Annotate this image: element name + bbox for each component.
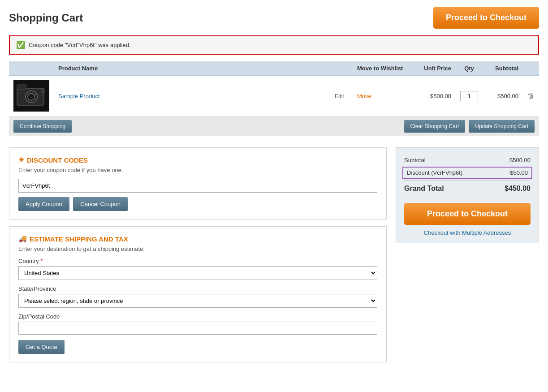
discount-panel-title: ✳ DISCOUNT CODES	[18, 156, 377, 164]
coupon-notice-text: Coupon code "VcrFVhp6t" was applied.	[29, 42, 130, 48]
lower-section: ✳ DISCOUNT CODES Enter your coupon code …	[9, 147, 539, 362]
cart-actions-right: Clear Shopping Cart Update Shopping Cart	[404, 120, 535, 133]
col-wishlist: Move to Wishlist	[353, 61, 411, 76]
col-delete	[523, 61, 539, 76]
panels-left: ✳ DISCOUNT CODES Enter your coupon code …	[9, 147, 387, 362]
col-subtotal: Subtotal	[483, 61, 523, 76]
cart-table: Product Name Move to Wishlist Unit Price…	[9, 61, 539, 116]
shipping-subtitle: Enter your destination to get a shipping…	[18, 246, 377, 252]
checkout-button-top[interactable]: Proceed to Checkout	[433, 7, 539, 29]
svg-rect-7	[41, 90, 45, 92]
product-name-cell: Sample Product	[54, 76, 330, 116]
col-product-name: Product Name	[54, 61, 330, 76]
country-label: Country *	[18, 258, 377, 264]
discount-label: Discount (VcrFVhp6t)	[407, 169, 462, 176]
cancel-coupon-button[interactable]: Cancel Coupon	[73, 197, 128, 211]
state-label: State/Province	[18, 285, 377, 292]
qty-input[interactable]	[460, 91, 478, 101]
product-edit-cell: Edit	[330, 76, 353, 116]
order-summary: Subtotal $500.00 Discount (VcrFVhp6t) -$…	[396, 147, 539, 243]
grand-total-row: Grand Total $450.00	[404, 181, 531, 196]
move-link[interactable]: Move	[357, 93, 371, 99]
discount-row: Discount (VcrFVhp6t) -$50.00	[402, 167, 532, 179]
col-image	[9, 61, 54, 76]
continue-shopping-button[interactable]: Continue Shopping	[13, 120, 72, 133]
success-icon: ✅	[16, 41, 25, 49]
discount-icon: ✳	[18, 156, 24, 164]
col-unit-price: Unit Price	[411, 61, 456, 76]
shipping-title-text: ESTIMATE SHIPPING AND TAX	[30, 235, 128, 243]
clear-cart-button[interactable]: Clear Shopping Cart	[404, 120, 466, 133]
col-edit	[330, 61, 353, 76]
coupon-input[interactable]	[18, 179, 377, 193]
unit-price-cell: $500.00	[411, 76, 456, 116]
shipping-panel-title: 🚚 ESTIMATE SHIPPING AND TAX	[18, 235, 377, 243]
delete-cell: 🗑	[523, 76, 539, 116]
product-image-cell	[9, 76, 54, 116]
qty-cell	[456, 76, 483, 116]
subtotal-label: Subtotal	[404, 157, 426, 164]
discount-value: -$50.00	[508, 169, 528, 176]
coupon-buttons: Apply Coupon Cancel Coupon	[18, 197, 377, 211]
subtotal-cell: $500.00	[483, 76, 523, 116]
country-select[interactable]: United States	[18, 266, 377, 280]
delete-icon[interactable]: 🗑	[527, 92, 535, 99]
page-header: Shopping Cart Proceed to Checkout	[9, 7, 539, 29]
discount-title-text: DISCOUNT CODES	[27, 156, 88, 164]
apply-coupon-button[interactable]: Apply Coupon	[18, 197, 69, 211]
discount-panel: ✳ DISCOUNT CODES Enter your coupon code …	[9, 147, 387, 220]
shipping-panel: 🚚 ESTIMATE SHIPPING AND TAX Enter your d…	[9, 226, 387, 362]
svg-rect-2	[17, 85, 26, 89]
product-move-cell: Move	[353, 76, 411, 116]
subtotal-row: Subtotal $500.00	[404, 155, 531, 166]
grand-total-value: $450.00	[505, 185, 531, 193]
page-title: Shopping Cart	[9, 12, 83, 24]
get-quote-button[interactable]: Get a Quote	[18, 340, 65, 354]
product-name-link[interactable]: Sample Product	[58, 93, 100, 99]
shipping-icon: 🚚	[18, 235, 27, 243]
discount-subtitle: Enter your coupon code if you have one.	[18, 167, 377, 173]
state-select[interactable]: Please select region, state or province	[18, 294, 377, 308]
edit-link[interactable]: Edit	[335, 93, 344, 99]
checkout-button-main[interactable]: Proceed to Checkout	[404, 203, 531, 225]
product-image	[13, 80, 49, 112]
zip-label: Zip/Postal Code	[18, 313, 377, 320]
required-star: *	[40, 258, 43, 264]
col-qty: Qty	[456, 61, 483, 76]
checkout-multiple-link[interactable]: Checkout with Multiple Addresses	[404, 229, 531, 236]
update-cart-button[interactable]: Update Shopping Cart	[469, 120, 535, 133]
zip-input[interactable]	[18, 322, 377, 335]
coupon-notice: ✅ Coupon code "VcrFVhp6t" was applied.	[9, 35, 539, 55]
grand-total-label: Grand Total	[404, 185, 444, 193]
svg-point-5	[30, 95, 33, 99]
cart-actions: Continue Shopping Clear Shopping Cart Up…	[9, 116, 539, 136]
svg-point-6	[33, 95, 34, 96]
subtotal-value: $500.00	[509, 157, 531, 164]
table-row: Sample Product Edit Move $500.00 $500.00…	[9, 76, 539, 116]
